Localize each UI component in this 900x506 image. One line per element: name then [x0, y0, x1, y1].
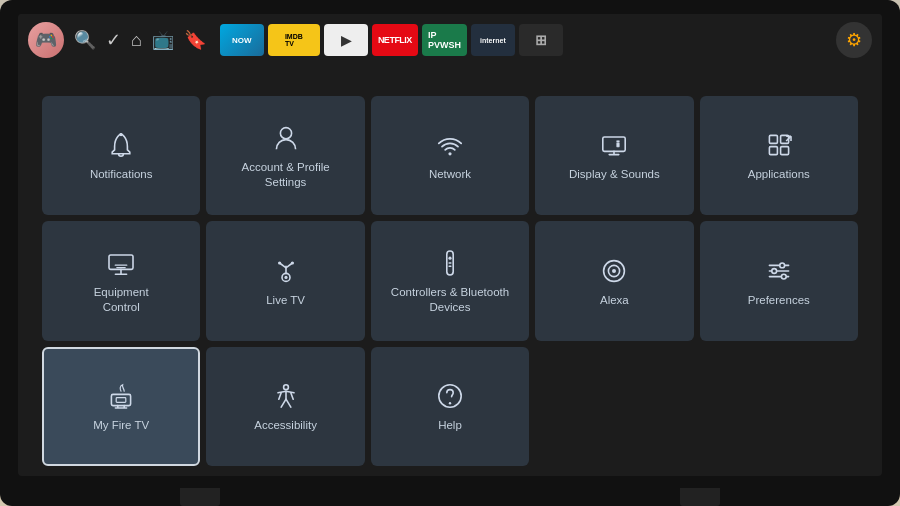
search-icon[interactable]: 🔍 [74, 29, 96, 51]
preferences-label: Preferences [748, 293, 810, 308]
live-tv-tile[interactable]: Live TV [206, 221, 364, 340]
applications-label: Applications [748, 167, 810, 182]
controllers-bluetooth-label: Controllers & Bluetooth Devices [391, 285, 509, 315]
alexa-icon [598, 255, 630, 287]
settings-grid: Notifications Account & Profile Settings… [42, 96, 858, 466]
check-icon[interactable]: ✓ [106, 29, 121, 51]
sliders-icon [763, 255, 795, 287]
svg-point-1 [280, 127, 291, 138]
network-label: Network [429, 167, 471, 182]
svg-rect-12 [115, 265, 128, 266]
nav-icons: 🔍 ✓ ⌂ 📺 🔖 [74, 29, 206, 51]
my-fire-tv-label: My Fire TV [93, 418, 149, 433]
notifications-label: Notifications [90, 167, 153, 182]
svg-rect-4 [769, 136, 777, 144]
account-profile-label: Account & Profile Settings [241, 160, 329, 190]
svg-point-29 [772, 268, 777, 273]
my-fire-tv-tile[interactable]: My Fire TV [42, 347, 200, 466]
svg-point-16 [278, 261, 281, 264]
antenna-icon [270, 255, 302, 287]
firetv-icon [105, 380, 137, 412]
user-avatar[interactable]: 🎮 [28, 22, 64, 58]
svg-point-15 [284, 275, 287, 278]
svg-rect-31 [112, 394, 131, 405]
svg-point-2 [448, 152, 451, 155]
svg-rect-21 [448, 265, 451, 267]
live-tv-label: Live TV [266, 293, 305, 308]
svg-rect-6 [769, 147, 777, 155]
person-icon [270, 122, 302, 154]
svg-point-35 [449, 402, 451, 404]
home-icon[interactable]: ⌂ [131, 30, 142, 51]
alexa-tile[interactable]: Alexa [535, 221, 693, 340]
tv-stand-left [180, 488, 220, 506]
nav-bar: 🎮 🔍 ✓ ⌂ 📺 🔖 NOW IMDBTV ▶ NETFLIX IPPVWSH… [18, 14, 882, 66]
bookmark-icon[interactable]: 🔖 [184, 29, 206, 51]
notifications-tile[interactable]: Notifications [42, 96, 200, 215]
svg-point-24 [612, 269, 616, 273]
svg-point-28 [780, 263, 785, 268]
app-grid-icon[interactable]: ⊞ [519, 24, 563, 56]
remote-icon [434, 247, 466, 279]
apps-icon [763, 129, 795, 161]
display-sounds-tile[interactable]: Display & Sounds [535, 96, 693, 215]
help-tile[interactable]: Help [371, 347, 529, 466]
app-shortcuts: NOW IMDBTV ▶ NETFLIX IPPVWSH internet ⊞ [220, 24, 826, 56]
accessibility-label: Accessibility [254, 418, 317, 433]
preferences-tile[interactable]: Preferences [700, 221, 858, 340]
svg-rect-7 [780, 147, 788, 155]
controllers-bluetooth-tile[interactable]: Controllers & Bluetooth Devices [371, 221, 529, 340]
help-label: Help [438, 418, 462, 433]
svg-point-17 [290, 261, 293, 264]
account-profile-tile[interactable]: Account & Profile Settings [206, 96, 364, 215]
display-sounds-label: Display & Sounds [569, 167, 660, 182]
app-internet[interactable]: internet [471, 24, 515, 56]
svg-point-33 [283, 385, 288, 390]
tv-screen: 🎮 🔍 ✓ ⌂ 📺 🔖 NOW IMDBTV ▶ NETFLIX IPPVWSH… [18, 14, 882, 476]
svg-rect-3 [603, 137, 625, 151]
svg-point-0 [120, 133, 123, 136]
alexa-label: Alexa [600, 293, 629, 308]
equipment-control-tile[interactable]: Equipment Control [42, 221, 200, 340]
equipment-control-label: Equipment Control [94, 285, 149, 315]
tv-icon[interactable]: 📺 [152, 29, 174, 51]
bell-icon [105, 129, 137, 161]
accessibility-tile[interactable]: Accessibility [206, 347, 364, 466]
applications-tile[interactable]: Applications [700, 96, 858, 215]
display-icon [598, 129, 630, 161]
app-netflix[interactable]: NETFLIX [372, 24, 418, 56]
settings-gear-icon[interactable]: ⚙ [836, 22, 872, 58]
wifi-icon [434, 129, 466, 161]
app-unknown[interactable]: ▶ [324, 24, 368, 56]
accessibility-icon [270, 380, 302, 412]
svg-point-30 [781, 274, 786, 279]
help-icon [434, 380, 466, 412]
app-imdb[interactable]: IMDBTV [268, 24, 320, 56]
tv-stand-right [680, 488, 720, 506]
app-now[interactable]: NOW [220, 24, 264, 56]
network-tile[interactable]: Network [371, 96, 529, 215]
svg-rect-32 [116, 397, 126, 402]
monitor-icon [105, 247, 137, 279]
svg-rect-20 [448, 262, 451, 264]
svg-point-19 [448, 257, 451, 260]
tv-frame: 🎮 🔍 ✓ ⌂ 📺 🔖 NOW IMDBTV ▶ NETFLIX IPPVWSH… [0, 0, 900, 506]
svg-rect-13 [116, 267, 126, 268]
app-ip[interactable]: IPPVWSH [422, 24, 467, 56]
